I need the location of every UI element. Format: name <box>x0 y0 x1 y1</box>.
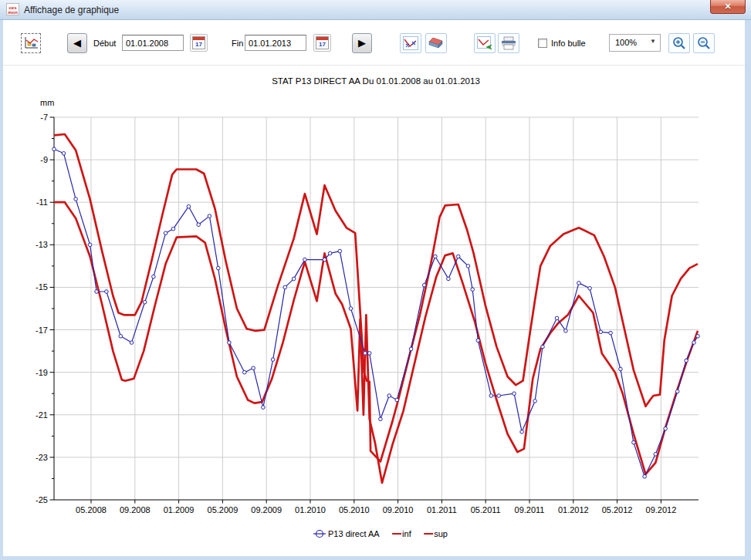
titlebar[interactable]: ces mon Affichage de graphique <box>0 0 751 20</box>
graph-display-window: ces mon Affichage de graphique ✕ ◀ Début… <box>0 0 751 560</box>
calendar-icon: 17 <box>192 36 205 49</box>
arrow-left-icon: ◀ <box>73 37 81 49</box>
fin-date-input[interactable] <box>245 35 306 51</box>
y-tick-label: -23 <box>36 453 48 462</box>
x-tick-label: 01.2012 <box>558 505 589 514</box>
svg-text:17: 17 <box>319 41 326 48</box>
arrow-right-icon: ▶ <box>358 37 366 49</box>
mini-chart-icon <box>23 36 39 50</box>
zoom-in-button[interactable] <box>668 33 690 53</box>
fin-calendar-button[interactable]: 17 <box>313 34 331 52</box>
x-tick-label: 05.2008 <box>76 505 107 514</box>
legend-label: sup <box>434 529 448 538</box>
chevron-down-icon: ▼ <box>650 38 656 45</box>
x-tick-label: 01.2011 <box>427 505 457 514</box>
chart-title: STAT P13 DIRECT AA Du 01.01.2008 au 01.0… <box>272 76 480 86</box>
zoom-level-select[interactable]: 100% ▼ <box>609 34 661 52</box>
y-tick-label: -21 <box>36 410 48 420</box>
info-bulle-label: Info bulle <box>551 39 586 48</box>
x-tick-label: 01.2009 <box>164 505 195 514</box>
x-tick-label: 09.2011 <box>515 505 545 514</box>
y-tick-label: -17 <box>36 326 48 335</box>
x-tick-label: 05.2009 <box>208 505 238 514</box>
chart-lines-icon <box>403 36 418 50</box>
info-bulle-checkbox[interactable] <box>538 39 547 48</box>
x-tick-label: 09.2008 <box>120 505 151 514</box>
previous-period-button[interactable]: ◀ <box>67 33 87 53</box>
debut-date-input[interactable] <box>122 35 184 51</box>
fin-label: Fin <box>232 39 243 48</box>
gridlines <box>54 117 699 500</box>
export-chart-button[interactable] <box>474 33 496 53</box>
close-button[interactable]: ✕ <box>710 0 746 14</box>
erase-button[interactable] <box>425 33 447 53</box>
y-tick-label: -15 <box>36 282 48 292</box>
chart: STAT P13 DIRECT AA Du 01.01.2008 au 01.0… <box>0 65 751 556</box>
y-tick-label: -11 <box>36 197 48 207</box>
x-tick-label: 09.2010 <box>383 505 414 514</box>
y-tick-label: -9 <box>40 155 48 164</box>
next-period-button[interactable]: ▶ <box>352 33 372 53</box>
debut-label: Début <box>93 39 116 48</box>
zoom-out-button[interactable] <box>693 33 715 53</box>
y-unit-label: mm <box>40 98 54 107</box>
series-P13-direct-AA <box>54 149 698 476</box>
y-tick-label: -7 <box>40 113 48 122</box>
printer-icon <box>501 36 516 50</box>
y-tick-label: -13 <box>36 240 48 249</box>
chart-export-icon <box>477 36 492 50</box>
y-tick-label: -25 <box>36 495 48 504</box>
close-icon: ✕ <box>724 2 731 11</box>
x-tick-label: 05.2010 <box>339 505 370 514</box>
window-title: Affichage de graphique <box>24 5 119 15</box>
series-inf <box>54 202 698 483</box>
axis-labels: STAT P13 DIRECT AA Du 01.01.2008 au 01.0… <box>36 76 676 514</box>
svg-text:17: 17 <box>195 41 202 48</box>
window-frame-bottom <box>0 556 751 560</box>
x-tick-label: 05.2011 <box>471 505 501 514</box>
app-icon-text2: mon <box>7 10 19 15</box>
series-sup <box>54 134 698 461</box>
zoom-level-value: 100% <box>615 38 637 47</box>
x-tick-label: 05.2012 <box>602 505 633 514</box>
zoom-out-icon <box>696 35 712 51</box>
legend-label: P13 direct AA <box>328 529 380 538</box>
zoom-in-icon <box>672 35 687 51</box>
debut-calendar-button[interactable]: 17 <box>190 34 208 52</box>
x-tick-label: 01.2010 <box>295 505 326 514</box>
calendar-icon: 17 <box>316 36 329 49</box>
x-tick-label: 09.2009 <box>251 505 282 514</box>
x-tick-label: 09.2012 <box>646 505 677 514</box>
eraser-icon <box>428 36 444 50</box>
graph-settings-button[interactable] <box>21 33 41 53</box>
legend-label: inf <box>402 529 412 538</box>
y-tick-label: -19 <box>36 368 48 377</box>
app-icon: ces mon <box>6 3 19 15</box>
print-button[interactable] <box>498 33 519 53</box>
series-P13-direct-AA-markers <box>52 147 700 478</box>
legend: P13 direct AAinfsup <box>313 529 448 538</box>
axes <box>50 117 699 504</box>
curve-select-button[interactable] <box>400 33 421 53</box>
